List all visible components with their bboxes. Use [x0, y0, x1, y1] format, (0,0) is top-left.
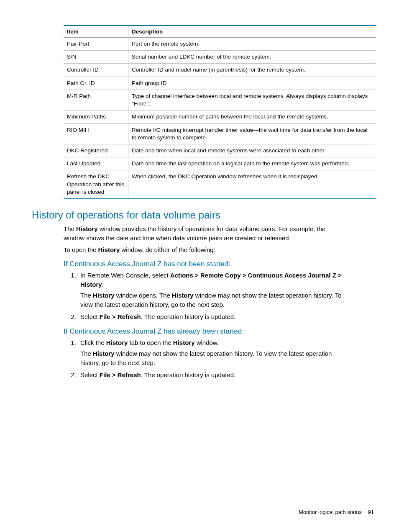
cell-item: S/N — [64, 51, 128, 64]
col-header-description: Description — [128, 26, 376, 38]
list-item: Select File > Refresh. The operation his… — [78, 370, 352, 380]
cell-item: RIO MIH — [64, 123, 128, 144]
list-item: Click the History tab to open the Histor… — [78, 338, 352, 367]
table-body: Pair-PortPort on the remote system. S/NS… — [64, 38, 376, 199]
footer-section-title: Monitor logical path status — [299, 509, 362, 515]
cell-desc: Serial number and LDKC number of the rem… — [128, 51, 376, 64]
paragraph: To open the History window, do either of… — [64, 245, 335, 254]
table-row: Controller IDController ID and model nam… — [64, 64, 376, 77]
table-row: DKC RegisteredDate and time when local a… — [64, 144, 376, 157]
table-row: M-R PathType of channel interface betwee… — [64, 90, 376, 110]
cell-desc: Controller ID and model name (in parenth… — [128, 64, 376, 77]
cell-item: Path Gr. ID — [64, 77, 128, 90]
document-page: Item Description Pair-PortPort on the re… — [0, 0, 399, 399]
cell-item: Controller ID — [64, 64, 128, 77]
page-footer: Monitor logical path status 91 — [299, 509, 374, 515]
steps-list: In Remote Web Console, select Actions > … — [64, 271, 352, 321]
table-row: Minimum PathsMinimum possible number of … — [64, 111, 376, 123]
cell-item: DKC Registered — [64, 144, 128, 157]
col-header-item: Item — [64, 26, 128, 38]
cell-desc: Type of channel interface between local … — [128, 90, 376, 110]
cell-desc: Date and time when local and remote syst… — [128, 144, 376, 157]
cell-item: Minimum Paths — [64, 111, 128, 123]
cell-item: Last Updated — [64, 157, 128, 170]
cell-desc: Date and time the last operation on a lo… — [128, 157, 376, 170]
cell-desc: When clicked, the DKC Operation window r… — [128, 170, 376, 199]
section-heading: History of operations for data volume pa… — [32, 209, 376, 221]
item-description-table: Item Description Pair-PortPort on the re… — [64, 25, 376, 199]
cell-item: M-R Path — [64, 90, 128, 110]
table-row: S/NSerial number and LDKC number of the … — [64, 51, 376, 64]
table-row: Pair-PortPort on the remote system. — [64, 38, 376, 51]
sub-heading: If Continuous Access Journal Z has alrea… — [64, 327, 376, 336]
table-row: Refresh the DKC Operation tab after this… — [64, 170, 376, 199]
cell-item: Pair-Port — [64, 38, 128, 51]
table-row: Path Gr. IDPath group ID — [64, 77, 376, 90]
cell-desc: Port on the remote system. — [128, 38, 376, 51]
table-row: Last UpdatedDate and time the last opera… — [64, 157, 376, 170]
list-item-paragraph: The History window opens. The History wi… — [80, 291, 352, 309]
list-item: Select File > Refresh. The operation his… — [78, 312, 352, 321]
cell-desc: Path group ID — [128, 77, 376, 90]
steps-list: Click the History tab to open the Histor… — [64, 338, 352, 380]
list-item: In Remote Web Console, select Actions > … — [78, 271, 352, 309]
cell-desc: Minimum possible number of paths between… — [128, 111, 376, 123]
cell-desc: Remote I/O missing interrupt handler tim… — [128, 123, 376, 144]
list-item-paragraph: The History window may not show the late… — [80, 349, 352, 368]
page-number: 91 — [368, 509, 374, 515]
table-row: RIO MIHRemote I/O missing interrupt hand… — [64, 123, 376, 144]
sub-heading: If Continuous Access Journal Z has not b… — [64, 260, 376, 268]
paragraph: The History window provides the history … — [64, 224, 335, 243]
cell-item: Refresh the DKC Operation tab after this… — [64, 170, 128, 199]
